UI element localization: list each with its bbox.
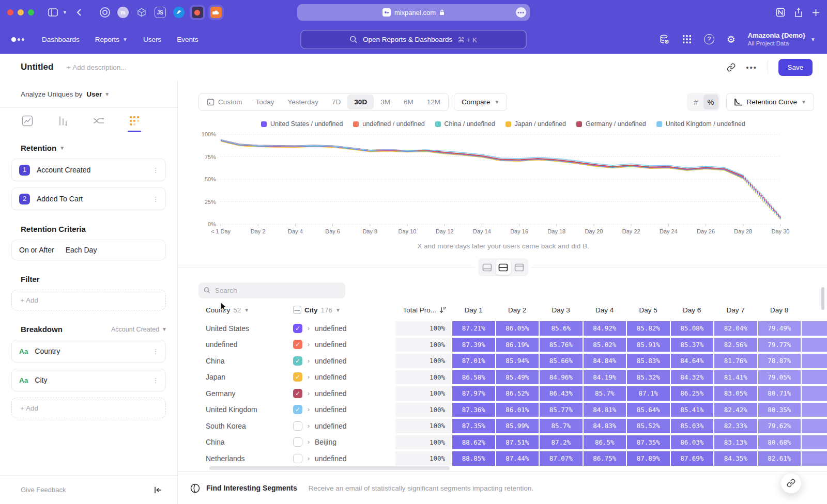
retention-value-cell[interactable]: 87.35% <box>452 419 495 433</box>
retention-value-cell[interactable]: 82.42% <box>714 403 757 417</box>
expand-chevron-icon[interactable]: › <box>308 438 310 446</box>
retention-value-cell[interactable]: 86.19% <box>496 338 539 352</box>
column-header-day-3[interactable]: Day 3 <box>540 303 583 317</box>
kebab-menu-icon[interactable]: ⋮ <box>152 350 159 353</box>
retention-value-cell[interactable]: 84.92% <box>584 321 626 336</box>
retention-value-cell[interactable]: 85.52% <box>627 419 670 433</box>
column-header-total[interactable]: Total Pro... <box>395 303 451 317</box>
retention-value-cell[interactable]: 80.68% <box>758 435 801 450</box>
retention-value-cell[interactable]: 86.43% <box>540 386 583 401</box>
retention-value-cell[interactable]: 88.85% <box>452 451 495 466</box>
kebab-menu-icon[interactable]: ⋮ <box>152 169 159 171</box>
find-segments-title[interactable]: Find Interesting Segments <box>206 484 297 492</box>
select-all-checkbox[interactable]: — <box>293 306 301 314</box>
retention-value-cell[interactable]: 84.19% <box>584 370 626 385</box>
retention-value-cell[interactable]: 86.03% <box>671 435 714 450</box>
analyze-value[interactable]: User <box>86 90 102 98</box>
retention-value-cell[interactable]: 85.77% <box>540 403 583 417</box>
expand-chevron-icon[interactable]: › <box>308 341 310 348</box>
series-checkbox-checked[interactable]: ✓ <box>293 340 302 349</box>
retention-value-cell[interactable]: 85.32% <box>627 370 670 385</box>
expand-chevron-icon[interactable]: › <box>308 455 310 462</box>
more-options-icon[interactable]: ••• <box>746 63 757 72</box>
row-city-cell[interactable]: ✓›undefined <box>293 386 394 401</box>
share-link-floating-button[interactable] <box>780 472 802 494</box>
row-country-cell[interactable]: South Korea <box>198 419 292 433</box>
sidebar-toggle-icon[interactable] <box>48 8 58 17</box>
give-feedback-link[interactable]: Give Feedback <box>21 486 66 494</box>
retention-value-cell[interactable]: 83.13% <box>714 435 757 450</box>
retention-value-cell[interactable]: 87.51% <box>496 435 539 450</box>
page-options-icon[interactable]: ••• <box>516 7 526 18</box>
retention-value-cell[interactable]: 86.05% <box>496 321 539 336</box>
series-checkbox-checked[interactable]: ✓ <box>293 356 302 366</box>
series-checkbox-checked[interactable]: ✓ <box>293 372 302 382</box>
column-header-day-7[interactable]: Day 7 <box>714 303 757 317</box>
pinned-tabs[interactable]: m JS <box>100 7 222 18</box>
retention-value-cell[interactable]: 85.02% <box>584 338 626 352</box>
row-city-cell[interactable]: ›Beijing <box>293 435 394 450</box>
criteria-on-or-after[interactable]: On or After <box>19 246 54 254</box>
retention-value-cell[interactable]: 84.64% <box>671 354 714 368</box>
absolute-count-toggle[interactable]: # <box>688 94 703 109</box>
column-header-day-5[interactable]: Day 5 <box>627 303 670 317</box>
range-3m[interactable]: 3M <box>374 94 397 109</box>
cloud-favicon[interactable] <box>210 7 222 18</box>
range-7d[interactable]: 7D <box>325 94 347 109</box>
kebab-menu-icon[interactable]: ⋮ <box>152 379 159 382</box>
retention-value-cell[interactable]: 86.75% <box>584 451 626 466</box>
series-checkbox-checked[interactable]: ✓ <box>293 389 302 398</box>
column-header-city[interactable]: — City 176 ▼ <box>293 303 394 317</box>
column-header-day-8[interactable]: Day 8 <box>758 303 801 317</box>
report-title[interactable]: Untitled <box>21 62 53 72</box>
retention-value-cell[interactable]: 85.49% <box>496 370 539 385</box>
global-search-button[interactable]: Open Reports & Dashboards ⌘ + K <box>301 30 527 49</box>
series-checkbox-unchecked[interactable] <box>293 454 302 463</box>
js-favicon[interactable]: JS <box>155 7 166 18</box>
step-card-added-to-cart[interactable]: 2 Added To Cart ⋮ <box>11 187 166 210</box>
nav-link-users[interactable]: Users <box>143 36 161 43</box>
retention-value-cell[interactable]: 85.7% <box>584 386 626 401</box>
row-city-cell[interactable]: ›undefined <box>293 419 394 433</box>
row-city-cell[interactable]: ✓›undefined <box>293 338 394 352</box>
view-chart-only-icon[interactable] <box>480 260 495 275</box>
retention-value-cell[interactable]: 85.82% <box>627 321 670 336</box>
retention-value-cell[interactable]: 85.64% <box>627 403 670 417</box>
apps-grid-icon[interactable] <box>682 35 692 44</box>
minimize-window-button[interactable] <box>18 9 24 15</box>
retention-value-cell[interactable]: 87.97% <box>452 386 495 401</box>
range-custom[interactable]: Custom <box>200 94 249 109</box>
retention-value-cell[interactable]: 85.7% <box>540 419 583 433</box>
kebab-menu-icon[interactable]: ⋮ <box>152 198 159 200</box>
retention-value-cell[interactable]: 87.39% <box>452 338 495 352</box>
address-bar[interactable]: mixpanel.com ••• <box>297 4 530 21</box>
breakdown-card-country[interactable]: Aa Country ⋮ <box>11 340 166 363</box>
retention-value-cell[interactable]: 84.83% <box>584 419 626 433</box>
range-yesterday[interactable]: Yesterday <box>281 94 326 109</box>
retention-value-cell[interactable]: 81.76% <box>714 354 757 368</box>
row-country-cell[interactable]: China <box>198 354 292 368</box>
add-description[interactable]: + Add description... <box>67 64 126 71</box>
view-table-only-icon[interactable] <box>512 260 527 275</box>
view-split-icon[interactable] <box>496 260 511 275</box>
collapse-sidebar-icon[interactable] <box>154 486 162 494</box>
series-checkbox-checked[interactable]: ✓ <box>293 324 302 333</box>
retention-value-cell[interactable]: 79.62% <box>758 419 801 433</box>
retention-section-header[interactable]: Retention ▼ <box>21 144 166 152</box>
percent-toggle[interactable]: % <box>703 94 718 109</box>
column-header-day-4[interactable]: Day 4 <box>584 303 626 317</box>
add-breakdown-button[interactable]: + Add <box>11 398 166 418</box>
retention-value-cell[interactable]: 85.6% <box>540 321 583 336</box>
row-country-cell[interactable]: United Kingdom <box>198 403 292 417</box>
notion-extension-icon[interactable] <box>776 8 785 17</box>
retention-value-cell[interactable]: 82.61% <box>758 451 801 466</box>
row-country-cell[interactable]: United States <box>198 321 292 336</box>
retention-value-cell[interactable]: 87.1% <box>627 386 670 401</box>
column-header-day-1[interactable]: Day 1 <box>452 303 495 317</box>
retention-value-cell[interactable]: 87.89% <box>627 451 670 466</box>
retention-value-cell[interactable]: 86.5% <box>584 435 626 450</box>
window-controls[interactable] <box>7 9 34 15</box>
expand-chevron-icon[interactable]: › <box>308 357 310 365</box>
mixpanel-logo[interactable] <box>11 37 24 42</box>
range-12m[interactable]: 12M <box>420 94 447 109</box>
